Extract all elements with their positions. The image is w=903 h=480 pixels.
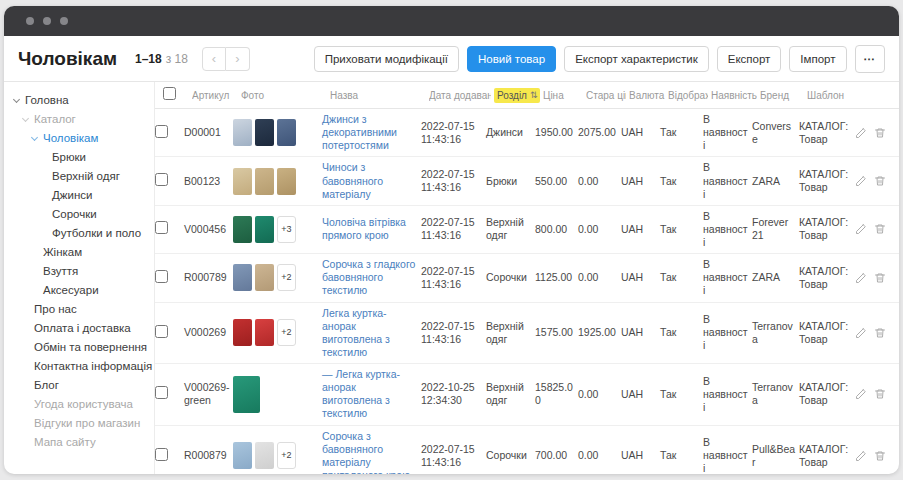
product-photo[interactable] — [277, 119, 296, 146]
sidebar-item-про-нас[interactable]: Про нас — [10, 300, 150, 319]
product-name-link[interactable]: Сорочка з бавовняного матеріалу притален… — [322, 430, 410, 475]
product-photo[interactable] — [233, 264, 252, 291]
sidebar-item-футболки-и-поло[interactable]: Футболки и поло — [10, 224, 150, 243]
sidebar-item-аксесуари[interactable]: Аксесуари — [10, 281, 150, 300]
column-header-sku[interactable]: Артикул — [192, 90, 238, 101]
sidebar-item-головна[interactable]: Головна — [10, 91, 150, 110]
column-header-name[interactable]: Назва — [330, 90, 426, 101]
edit-icon[interactable] — [855, 450, 867, 462]
product-section: Брюки — [486, 175, 532, 188]
product-photo[interactable] — [233, 319, 252, 346]
row-checkbox[interactable] — [155, 270, 168, 283]
delete-icon[interactable] — [874, 327, 886, 339]
sidebar-item-каталог[interactable]: Каталог — [10, 110, 150, 129]
delete-icon[interactable] — [874, 127, 886, 139]
product-name-link[interactable]: — Легка куртка-анорак виготовлена з текс… — [322, 368, 400, 419]
window-dot[interactable] — [60, 17, 68, 25]
sidebar-item-сорочки[interactable]: Сорочки — [10, 205, 150, 224]
column-header-availability[interactable]: Наявність — [711, 90, 757, 101]
row-checkbox[interactable] — [155, 173, 168, 186]
column-header-section-label: Розділ — [497, 90, 527, 101]
sidebar-item-оплата-і-доставка[interactable]: Оплата і доставка — [10, 319, 150, 338]
edit-icon[interactable] — [855, 175, 867, 187]
sidebar-item-верхній-одяг[interactable]: Верхній одяг — [10, 167, 150, 186]
delete-icon[interactable] — [874, 272, 886, 284]
column-header-template[interactable]: Шаблон — [807, 90, 863, 101]
more-photos-badge[interactable]: +2 — [277, 319, 296, 346]
product-name-link[interactable]: Чиноси з бавовняного матеріалу — [322, 161, 383, 199]
table-row: D00001 Джинси з декоративними потертостя… — [155, 109, 899, 157]
export-button[interactable]: Експорт — [717, 46, 782, 72]
more-photos-badge[interactable]: +3 — [277, 216, 296, 243]
edit-icon[interactable] — [855, 327, 867, 339]
product-photo[interactable] — [233, 119, 252, 146]
delete-icon[interactable] — [874, 175, 886, 187]
window-dot[interactable] — [43, 17, 51, 25]
product-name-link[interactable]: Чоловіча вітрівка прямого крою — [322, 216, 406, 241]
product-display-flag: Так — [660, 388, 700, 401]
sidebar-item-брюки[interactable]: Брюки — [10, 148, 150, 167]
column-header-section-sorted[interactable]: Розділ⇅ — [494, 88, 540, 103]
edit-icon[interactable] — [855, 223, 867, 235]
product-photo[interactable] — [255, 119, 274, 146]
product-photo[interactable] — [277, 168, 296, 195]
sort-icon: ⇅ — [530, 90, 538, 100]
select-all-checkbox[interactable] — [163, 87, 176, 100]
product-photo[interactable] — [255, 442, 274, 469]
column-header-old-price[interactable]: Стара ціна — [586, 90, 626, 101]
product-photo[interactable] — [233, 442, 252, 469]
column-header-photo[interactable]: Фото — [241, 90, 327, 101]
product-photo[interactable] — [255, 168, 274, 195]
product-old-price: 2075.00 — [578, 126, 618, 139]
sidebar-item-label: Головна — [25, 91, 69, 110]
column-header-currency[interactable]: Валюта — [629, 90, 665, 101]
sidebar-item-взуття[interactable]: Взуття — [10, 262, 150, 281]
new-product-button[interactable]: Новий товар — [467, 46, 556, 72]
export-characteristics-button[interactable]: Експорт характеристик — [564, 46, 709, 72]
product-photo[interactable] — [255, 264, 274, 291]
product-photo[interactable] — [255, 319, 274, 346]
sidebar-item-обмін-та-повернення[interactable]: Обмін та повернення — [10, 338, 150, 357]
row-checkbox[interactable] — [155, 221, 168, 234]
product-photo[interactable] — [233, 168, 252, 195]
row-checkbox[interactable] — [155, 325, 168, 338]
sidebar-item-чоловікам[interactable]: Чоловікам — [10, 129, 150, 148]
delete-icon[interactable] — [874, 388, 886, 400]
more-actions-button[interactable]: ⋯ — [855, 45, 886, 73]
sidebar-item-мапа-сайту[interactable]: Мапа сайту — [10, 433, 150, 452]
sidebar-item-label: Мапа сайту — [34, 433, 96, 452]
product-availability: В наявності — [703, 375, 749, 414]
product-photo[interactable] — [233, 376, 260, 413]
product-photo[interactable] — [233, 216, 252, 243]
row-checkbox[interactable] — [155, 448, 168, 461]
more-photos-badge[interactable]: +2 — [277, 442, 296, 469]
sidebar-item-жінкам[interactable]: Жінкам — [10, 243, 150, 262]
sidebar-item-блог[interactable]: Блог — [10, 376, 150, 395]
column-header-brand[interactable]: Бренд — [760, 90, 804, 101]
column-header-price[interactable]: Ціна — [543, 90, 583, 101]
more-photos-badge[interactable]: +2 — [277, 264, 296, 291]
sidebar-item-контактна-інформація[interactable]: Контактна інформація — [10, 357, 150, 376]
sidebar-item-угода-користувача[interactable]: Угода користувача — [10, 395, 150, 414]
product-photos: +2 — [233, 319, 319, 346]
row-checkbox[interactable] — [155, 386, 168, 399]
hide-modifications-button[interactable]: Приховати модифікації — [314, 46, 459, 72]
sidebar-item-відгуки-про-магазин[interactable]: Відгуки про магазин — [10, 414, 150, 433]
product-name-link[interactable]: Сорочка з гладкого бавовняного текстилю — [322, 258, 415, 296]
product-name-link[interactable]: Джинси з декоративними потертостями — [322, 113, 397, 151]
product-name-link[interactable]: Легка куртка-анорак виготовлена з тексти… — [322, 307, 390, 358]
product-photo[interactable] — [255, 216, 274, 243]
edit-icon[interactable] — [855, 127, 867, 139]
prev-page-button[interactable]: ‹ — [202, 47, 226, 71]
edit-icon[interactable] — [855, 388, 867, 400]
delete-icon[interactable] — [874, 223, 886, 235]
delete-icon[interactable] — [874, 450, 886, 462]
column-header-date[interactable]: Дата додавання — [429, 90, 491, 101]
column-header-display[interactable]: Відображати — [668, 90, 708, 101]
import-button[interactable]: Імпорт — [789, 46, 846, 72]
row-checkbox[interactable] — [155, 125, 168, 138]
sidebar-item-джинси[interactable]: Джинси — [10, 186, 150, 205]
next-page-button[interactable]: › — [226, 47, 250, 71]
window-dot[interactable] — [26, 17, 34, 25]
edit-icon[interactable] — [855, 272, 867, 284]
